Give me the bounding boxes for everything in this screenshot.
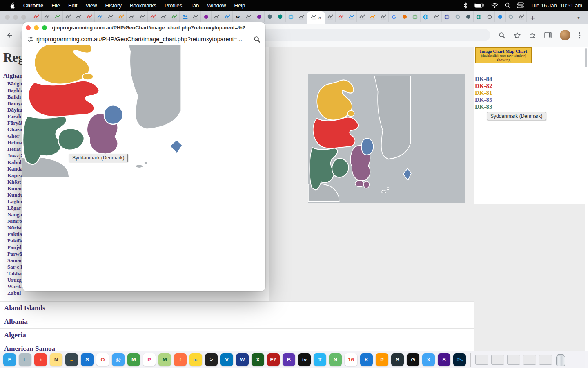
kebab-menu-icon[interactable] (579, 32, 581, 39)
new-tab-button[interactable]: + (527, 14, 539, 23)
tab[interactable]: W (233, 11, 243, 22)
extensions-icon[interactable] (529, 31, 536, 39)
tab[interactable] (222, 11, 233, 22)
dock-icon-music[interactable]: ♪ (34, 353, 47, 366)
dock-icon-github[interactable]: G (407, 353, 419, 366)
minimize-window-button[interactable] (13, 15, 18, 20)
tab[interactable] (84, 11, 95, 22)
tab[interactable] (431, 11, 442, 22)
dock-icon-finder[interactable]: F (3, 353, 16, 366)
tab[interactable] (516, 11, 527, 22)
tab-search-chevron-icon[interactable]: ▾ (574, 13, 583, 22)
dock-icon-photoshop[interactable]: Ps (453, 353, 466, 366)
tab[interactable] (158, 11, 169, 22)
bluetooth-icon[interactable] (463, 2, 468, 9)
dock-icon-calculator[interactable]: = (65, 353, 78, 366)
active-tab[interactable]: × (307, 11, 325, 24)
dock-icon-pages[interactable]: P (376, 353, 388, 366)
dock-icon-mail[interactable]: @ (112, 353, 125, 366)
scrollbar-thumb[interactable] (585, 48, 587, 67)
battery-icon[interactable] (474, 3, 485, 8)
popup-denmark-map-chart[interactable] (22, 45, 265, 177)
wifi-icon[interactable] (491, 3, 498, 8)
dock-icon-notes[interactable]: N (50, 353, 62, 366)
close-window-button[interactable] (5, 15, 10, 20)
tab[interactable] (463, 11, 474, 22)
menu-file[interactable]: File (47, 2, 64, 9)
tab[interactable] (127, 11, 137, 22)
dock-icon-xcode[interactable]: X (422, 353, 435, 366)
dock-window-preview[interactable] (475, 355, 488, 365)
zoom-window-button[interactable] (21, 15, 26, 20)
menu-help[interactable]: Help (230, 2, 249, 9)
tab[interactable] (452, 11, 463, 22)
tab[interactable] (254, 11, 265, 22)
tab[interactable] (346, 11, 357, 22)
menubar-date[interactable]: Tue 16 Jan (530, 2, 557, 9)
tab[interactable] (95, 11, 105, 22)
denmark-map-chart[interactable] (308, 74, 466, 203)
tab[interactable] (325, 11, 336, 22)
tab[interactable] (105, 11, 116, 22)
profile-avatar[interactable] (560, 30, 570, 40)
tab[interactable] (137, 11, 148, 22)
tab[interactable] (506, 11, 516, 22)
country-row-aland-islands[interactable]: Aland Islands (0, 301, 474, 315)
dock-icon-bootstrap[interactable]: B (283, 353, 295, 366)
zoom-icon[interactable] (499, 32, 506, 39)
dock-icon-vscode[interactable]: V (220, 353, 233, 366)
dock-icon-terminal[interactable]: > (205, 353, 218, 366)
dock-window-preview[interactable] (491, 355, 504, 365)
menu-history[interactable]: History (101, 2, 125, 9)
tab[interactable] (42, 11, 52, 22)
side-panel-icon[interactable] (544, 32, 552, 38)
tab[interactable] (378, 11, 389, 22)
menu-bookmarks[interactable]: Bookmarks (126, 2, 160, 9)
menu-tab[interactable]: Tab (186, 2, 203, 9)
tab[interactable] (31, 11, 42, 22)
tab[interactable] (265, 11, 275, 22)
tab[interactable] (74, 11, 84, 22)
menu-window[interactable]: Window (203, 2, 230, 9)
country-row-albania[interactable]: Albania (0, 315, 474, 328)
tab[interactable] (296, 11, 307, 22)
tab[interactable] (336, 11, 346, 22)
tab[interactable] (63, 11, 74, 22)
tab[interactable] (399, 11, 410, 22)
tab[interactable] (495, 11, 506, 22)
dock-icon-filezilla[interactable]: FZ (267, 353, 280, 366)
dock-icon-launchpad[interactable]: L (19, 353, 31, 366)
tab[interactable] (275, 11, 286, 22)
tab[interactable] (286, 11, 296, 22)
dock-icon-messages[interactable]: M (127, 353, 140, 366)
country-row-algeria[interactable]: Algeria (0, 328, 474, 342)
tab[interactable] (201, 11, 212, 22)
tab[interactable] (169, 11, 180, 22)
dock-trash-icon[interactable] (555, 353, 566, 366)
dock-window-preview[interactable] (523, 355, 536, 365)
tab[interactable] (484, 11, 495, 22)
tab[interactable] (52, 11, 63, 22)
menu-view[interactable]: View (81, 2, 101, 9)
dock-icon-safari[interactable]: S (81, 353, 94, 366)
tab[interactable] (474, 11, 484, 22)
control-center-icon[interactable] (517, 2, 524, 8)
dock-icon-opera[interactable]: O (96, 353, 109, 366)
popup-search-icon[interactable] (254, 36, 261, 43)
tab[interactable] (357, 11, 368, 22)
menu-profiles[interactable]: Profiles (160, 2, 186, 9)
popup-zoom-button[interactable] (42, 25, 47, 30)
dock-icon-photos[interactable]: P (143, 353, 156, 366)
popup-address-bar[interactable]: rjmprogramming.com.au/PHP/GeoChart/image… (22, 33, 265, 45)
tab[interactable]: G (389, 11, 399, 22)
dock-icon-firefox[interactable]: f (174, 353, 187, 366)
spotlight-icon[interactable] (505, 2, 510, 8)
menubar-time[interactable]: 10:51 am (560, 2, 582, 9)
tab-close-icon[interactable]: × (318, 15, 321, 20)
apple-menu[interactable] (6, 2, 19, 9)
dock-window-preview[interactable] (539, 355, 552, 365)
tab[interactable] (180, 11, 190, 22)
menu-edit[interactable]: Edit (64, 2, 81, 9)
dock-icon-steam[interactable]: S (391, 353, 404, 366)
dock-icon-chrome[interactable]: c (189, 353, 202, 366)
